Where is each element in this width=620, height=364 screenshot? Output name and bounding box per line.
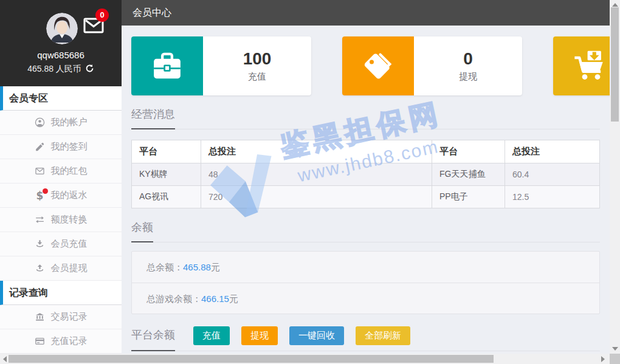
notification-dot [43,188,48,194]
bank-icon [35,312,46,323]
sidebar-item-my-rebate[interactable]: $ 我的返水 [0,184,122,208]
pencil-icon [35,142,46,153]
dollar-icon: $ [35,190,46,201]
one-key-recycle-button[interactable]: 一键回收 [289,326,344,345]
withdraw-button[interactable]: 提现 [241,326,278,345]
sidebar-item-member-withdraw[interactable]: 会员提现 [0,256,122,281]
cell: PP电子 [432,186,505,208]
card-body: 0 提现 [414,36,522,95]
cell: AG视讯 [132,186,201,208]
sidebar-item-member-deposit[interactable]: 会员充值 [0,232,122,256]
scroll-down-arrow[interactable] [612,347,618,351]
total-balance-row: 总余额：465.88元 [132,252,599,283]
deposit-label: 充值 [248,71,266,83]
col-platform: 平台 [132,140,201,163]
stat-cards-row: 100 充值 0 提现 [131,36,600,95]
scroll-right-arrow[interactable] [601,356,605,362]
user-panel: 0 qqw685686 465.88 人民币 [0,0,122,86]
sidebar-item-transaction-records[interactable]: 交易记录 [0,305,122,329]
scroll-left-arrow[interactable] [3,356,7,362]
sidebar-item-label: 额度转换 [51,214,88,225]
sidebar-item-quota-transfer[interactable]: 额度转换 [0,208,122,232]
deposit-card[interactable]: 100 充值 [131,36,311,95]
platform-balance-header: 平台余额 充值 提现 一键回收 全部刷新 [131,326,600,351]
briefcase-icon [131,36,203,95]
scroll-up-arrow[interactable] [612,3,618,7]
envelope-icon [35,166,46,177]
total-game-balance-value: 466.15 [201,294,229,304]
sidebar-item-my-checkin[interactable]: 我的签到 [0,135,122,159]
sidebar-item-my-account[interactable]: 我的帐户 [0,111,122,135]
horizontal-scrollbar[interactable] [0,354,610,364]
table-header-row: 平台 总投注 平台 总投注 [132,140,600,163]
card-body: 100 充值 [203,36,311,95]
table-row: AG视讯 720 PP电子 12.5 [132,186,600,208]
exchange-icon [35,215,46,225]
col-platform: 平台 [432,140,505,163]
avatar [46,13,78,44]
sidebar-item-label: 会员充值 [51,238,88,250]
sidebar-item-label: 充值记录 [51,335,88,347]
cell: 60.4 [505,163,600,186]
col-total-bet: 总投注 [201,140,432,163]
business-table: 平台 总投注 平台 总投注 KY棋牌 48 FG天天捕鱼 60.4 AG视讯 7… [131,140,600,208]
sidebar-item-label: 我的签到 [51,141,88,153]
total-balance-value: 465.88 [183,262,211,272]
sidebar-item-label: 我的返水 [51,190,88,201]
withdraw-icon [35,263,46,274]
total-game-balance-label: 总游戏余额： [146,294,201,304]
sidebar-item-label: 交易记录 [51,311,88,323]
cell: 48 [201,163,432,186]
message-count-badge: 0 [95,9,109,22]
username: qqw685686 [0,50,122,60]
cell: 12.5 [505,186,600,208]
withdraw-value: 0 [463,49,473,69]
total-balance-label: 总余额： [146,262,183,272]
cell: KY棋牌 [132,163,201,186]
col-total-bet: 总投注 [505,140,600,163]
scrollbar-corner [610,354,620,364]
sidebar-section-member: 会员专区 [0,86,122,111]
balance-section-title: 余额 [131,220,153,242]
balance-box: 总余额：465.88元 总游戏余额：466.15元 [131,251,600,314]
vertical-scrollbar-thumb[interactable] [611,7,619,122]
sidebar-item-label: 我的帐户 [51,117,88,128]
vertical-scrollbar[interactable] [610,0,620,354]
refresh-all-button[interactable]: 全部刷新 [356,326,410,345]
deposit-button[interactable]: 充值 [193,326,230,345]
total-game-balance-row: 总游戏余额：466.15元 [132,283,599,314]
sidebar-section-records: 记录查询 [0,281,122,305]
sidebar-item-deposit-records[interactable]: 充值记录 [0,329,122,354]
sidebar-item-my-redpacket[interactable]: 我的红包 [0,159,122,184]
sidebar: 0 qqw685686 465.88 人民币 会员专区 我的帐户 我的签到 我的… [0,0,122,354]
main-content: 100 充值 0 提现 [122,36,610,351]
withdraw-card[interactable]: 0 提现 [342,36,522,95]
user-balance-text: 465.88 人民币 [27,64,81,74]
deposit-icon [35,239,46,250]
recycle-card[interactable] [553,36,610,95]
balance-section-header: 余额 [131,220,600,242]
tags-icon [342,36,414,95]
horizontal-scrollbar-thumb[interactable] [9,355,494,363]
business-section-title: 经营消息 [131,107,175,129]
credit-card-icon [35,336,46,347]
withdraw-label: 提现 [459,71,477,83]
unit: 元 [211,262,220,272]
deposit-value: 100 [243,49,272,69]
refresh-icon[interactable] [85,64,94,73]
unit: 元 [229,294,238,304]
platform-balance-title: 平台余额 [131,328,175,351]
cell: FG天天捕鱼 [432,163,505,186]
sidebar-item-label: 会员提现 [51,263,88,274]
cell: 720 [201,186,432,208]
user-icon [35,117,46,128]
page-title: 会员中心 [122,0,610,26]
table-row: KY棋牌 48 FG天天捕鱼 60.4 [132,163,600,186]
business-section-header: 经营消息 [131,107,600,129]
cart-arrow-down-icon [553,36,610,95]
sidebar-item-label: 我的红包 [51,165,88,177]
user-balance: 465.88 人民币 [0,64,122,75]
main-area: 会员中心 100 充值 [122,0,610,354]
